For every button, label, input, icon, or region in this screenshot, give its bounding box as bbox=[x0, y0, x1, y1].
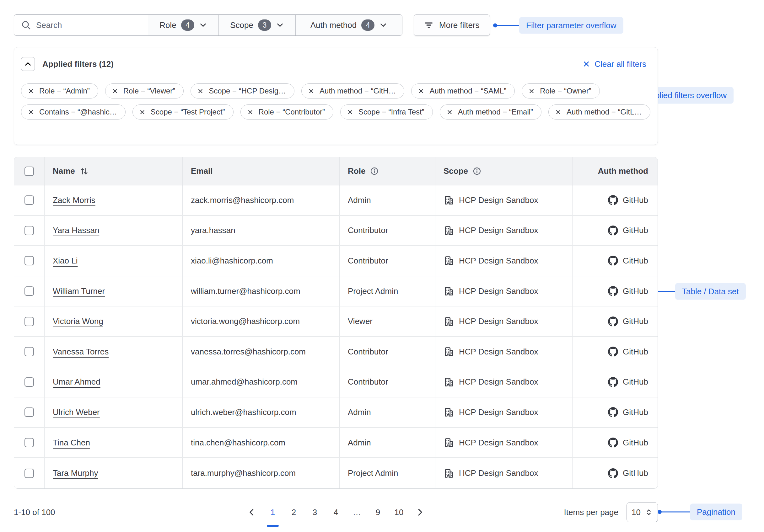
filter-chip[interactable]: Auth method = “GitL… bbox=[548, 104, 650, 119]
auth-label: GitHub bbox=[623, 347, 648, 357]
filter-chip[interactable]: Contains = “@hashic… bbox=[21, 104, 125, 119]
user-name-link[interactable]: Tina Chen bbox=[53, 438, 90, 448]
role-cell: Project Admin bbox=[339, 458, 435, 488]
page-button-1[interactable]: 1 bbox=[267, 505, 279, 519]
row-checkbox[interactable] bbox=[25, 347, 34, 356]
dismiss-icon bbox=[28, 88, 34, 94]
github-icon bbox=[608, 286, 618, 296]
auth-label: GitHub bbox=[623, 256, 648, 266]
filter-chip[interactable]: Role = “Contributor” bbox=[241, 104, 333, 119]
org-building-icon bbox=[444, 468, 454, 479]
filter-dropdown-role[interactable]: Role 4 bbox=[148, 15, 219, 36]
filter-dropdown-scope[interactable]: Scope 3 bbox=[219, 15, 295, 36]
filter-chip[interactable]: Role = “Admin” bbox=[21, 83, 98, 98]
user-name-link[interactable]: Ulrich Weber bbox=[53, 407, 100, 417]
scope-label: HCP Design Sandbox bbox=[459, 196, 538, 205]
dismiss-icon bbox=[139, 109, 146, 115]
user-name-link[interactable]: Vanessa Torres bbox=[53, 347, 108, 357]
select-all-checkbox[interactable] bbox=[25, 167, 34, 176]
row-checkbox[interactable] bbox=[25, 226, 34, 235]
row-checkbox[interactable] bbox=[25, 317, 34, 326]
role-cell: Contributor bbox=[339, 246, 435, 276]
applied-filters-header: Applied filters (12) Clear all filters bbox=[14, 47, 658, 71]
role-cell: Admin bbox=[339, 428, 435, 458]
row-checkbox[interactable] bbox=[25, 256, 34, 265]
sort-icon[interactable] bbox=[80, 167, 89, 176]
filter-chip-label: Auth method = “GitH… bbox=[319, 86, 396, 95]
previous-page-button[interactable] bbox=[246, 505, 258, 519]
filter-dropdown-auth-method[interactable]: Auth method 4 bbox=[295, 15, 402, 36]
row-checkbox[interactable] bbox=[25, 468, 34, 478]
items-per-page-select[interactable]: 10 bbox=[627, 502, 658, 522]
results-range: 1-10 of 100 bbox=[14, 507, 55, 517]
row-checkbox[interactable] bbox=[25, 377, 34, 387]
pagination-bar: 1-10 of 100 1 2 3 4 … 9 10 Items per pag… bbox=[14, 501, 658, 523]
row-checkbox[interactable] bbox=[25, 196, 34, 205]
filter-chip[interactable]: Role = “Viewer” bbox=[105, 83, 184, 98]
user-name-link[interactable]: Yara Hassan bbox=[53, 225, 99, 235]
page-button-10[interactable]: 10 bbox=[393, 505, 405, 519]
auth-label: GitHub bbox=[623, 438, 648, 448]
filter-chip[interactable]: Scope = “Test Project” bbox=[132, 104, 234, 119]
role-cell: Contributor bbox=[339, 367, 435, 397]
row-checkbox[interactable] bbox=[25, 407, 34, 417]
table-row: Tina Chen tina.chen@hashicorp.com Admin … bbox=[14, 428, 658, 458]
column-header-role-label: Role bbox=[348, 166, 365, 176]
user-name-link[interactable]: Zack Morris bbox=[53, 196, 96, 205]
filter-dropdown-auth-label: Auth method bbox=[310, 20, 357, 30]
auth-label: GitHub bbox=[623, 377, 648, 387]
email-cell: yara.hassan bbox=[182, 216, 339, 246]
column-header-auth-label: Auth method bbox=[598, 166, 648, 176]
next-page-button[interactable] bbox=[414, 505, 426, 519]
filter-chip[interactable]: Role = “Owner” bbox=[522, 83, 600, 98]
page-button-3[interactable]: 3 bbox=[308, 505, 321, 519]
role-cell: Contributor bbox=[339, 337, 435, 367]
filter-chip-label: Scope = “Infra Test” bbox=[358, 108, 424, 116]
user-name-link[interactable]: Tara Murphy bbox=[53, 468, 98, 478]
user-name-link[interactable]: Victoria Wong bbox=[53, 317, 103, 326]
filter-chip[interactable]: Auth method = “SAML” bbox=[411, 83, 515, 98]
dismiss-icon bbox=[197, 88, 204, 94]
row-checkbox[interactable] bbox=[25, 286, 34, 296]
filter-chip[interactable]: Auth method = “Email” bbox=[440, 104, 541, 119]
column-header-email: Email bbox=[182, 157, 339, 185]
auth-method-cell: GitHub bbox=[572, 216, 658, 246]
table-row: Victoria Wong victoria.wong@hashicorp.co… bbox=[14, 307, 658, 337]
info-icon[interactable] bbox=[473, 167, 481, 175]
page-button-4[interactable]: 4 bbox=[329, 505, 342, 519]
row-checkbox[interactable] bbox=[25, 438, 34, 447]
column-header-name[interactable]: Name bbox=[44, 157, 182, 185]
user-name-link[interactable]: Xiao Li bbox=[53, 256, 78, 266]
org-building-icon bbox=[444, 255, 454, 266]
page-button-2[interactable]: 2 bbox=[287, 505, 300, 519]
org-building-icon bbox=[444, 225, 454, 236]
email-cell: william.turner@hashicorp.com bbox=[182, 276, 339, 306]
page-button-9[interactable]: 9 bbox=[372, 505, 384, 519]
user-name-link[interactable]: Umar Ahmed bbox=[53, 377, 100, 387]
scope-label: HCP Design Sandbox bbox=[459, 225, 538, 235]
search-input[interactable] bbox=[36, 20, 141, 30]
filter-chip-label: Role = “Viewer” bbox=[123, 86, 175, 95]
scope-label: HCP Design Sandbox bbox=[459, 286, 538, 296]
collapse-applied-filters-button[interactable] bbox=[21, 57, 35, 71]
dismiss-icon bbox=[28, 109, 34, 115]
user-name-link[interactable]: William Turner bbox=[53, 286, 105, 296]
filter-icon bbox=[424, 20, 434, 30]
info-icon[interactable] bbox=[370, 167, 379, 175]
clear-all-filters-button[interactable]: Clear all filters bbox=[582, 59, 646, 69]
auth-method-cell: GitHub bbox=[572, 367, 658, 397]
filter-chip-label: Scope = “Test Project” bbox=[151, 108, 225, 116]
dismiss-icon bbox=[555, 109, 562, 115]
org-building-icon bbox=[444, 316, 454, 327]
auth-method-cell: GitHub bbox=[572, 307, 658, 336]
filter-chip[interactable]: Scope = “Infra Test” bbox=[340, 104, 433, 119]
filter-chip[interactable]: Auth method = “GitH… bbox=[301, 83, 404, 98]
github-icon bbox=[608, 225, 618, 235]
org-building-icon bbox=[444, 407, 454, 418]
more-filters-button[interactable]: More filters bbox=[414, 14, 490, 36]
email-cell: xiao.li@hashicorp.com bbox=[182, 246, 339, 276]
clear-all-filters-label: Clear all filters bbox=[595, 59, 646, 69]
filter-chip[interactable]: Scope = “HCP Desig… bbox=[191, 83, 294, 98]
email-cell: ulrich.weber@hashicorp.com bbox=[182, 397, 339, 427]
filter-chip-label: Role = “Admin” bbox=[39, 86, 90, 95]
